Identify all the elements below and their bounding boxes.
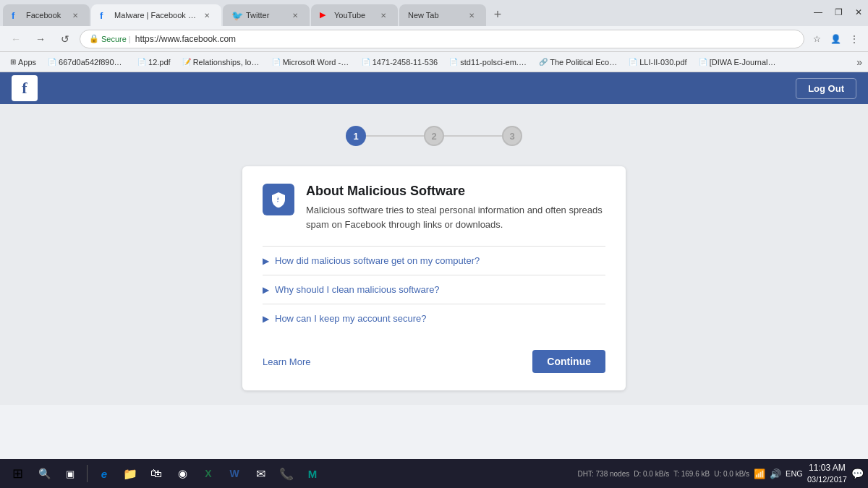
doc-icon-1: 📝 [182,58,191,66]
card-title: About Malicious Software [306,184,605,199]
task-view-icon: ▣ [66,468,75,479]
close-button[interactable]: ✕ [849,3,868,22]
edge-button[interactable]: e [92,461,116,486]
task-view-button[interactable]: ▣ [58,461,82,486]
bookmark-relationships[interactable]: 📝 Relationships, love a... [178,56,265,68]
learn-more-link[interactable]: Learn More [263,356,310,367]
back-button[interactable]: ← [6,29,26,49]
continue-button[interactable]: Continue [532,350,605,373]
faq-chevron-1: ▶ [263,256,269,266]
bookmark-667d[interactable]: 📄 667d0a542f890a585... [43,56,130,68]
edge-icon: e [101,468,107,480]
secure-label: Secure [101,35,127,43]
notification-icon[interactable]: 💬 [851,468,864,479]
bookmark-1471[interactable]: 📄 1471-2458-11-536 [357,56,443,68]
taskbar-right: DHT: 738 nodes D: 0.0 kB/s T: 169.6 kB U… [578,462,864,485]
speaker-icon[interactable]: 🔊 [770,468,781,479]
faq-chevron-2: ▶ [263,285,269,295]
minimize-button[interactable]: — [809,3,827,22]
faq-text-1: How did malicious software get on my com… [275,255,480,266]
store-button[interactable]: 🛍 [144,461,169,486]
bookmark-1471-label: 1471-2458-11-536 [373,58,438,67]
bookmark-std-label: std11-polsci-em.pdf [460,58,527,67]
bookmark-apps-label: Apps [18,58,36,67]
step-1-number: 1 [353,131,358,142]
maximize-button[interactable]: ❐ [829,3,848,22]
bookmarks-more-button[interactable]: » [856,56,862,68]
tab-close-newtab[interactable]: ✕ [466,9,477,21]
reload-button[interactable]: ↺ [55,29,75,49]
steps-indicator: 1 2 3 [346,126,522,146]
bookmark-12pdf[interactable]: 📄 12.pdf [133,56,175,68]
tab-newtab[interactable]: New Tab ✕ [399,4,486,26]
step-line-2-3 [444,135,502,137]
download-label: D: 0.0 kB/s [634,470,669,478]
vpn-button[interactable]: M [300,461,325,486]
tab-title-youtube: YouTube [334,11,373,20]
bookmark-word-label: Microsoft Word - gs... [283,58,350,67]
bookmark-diwa[interactable]: 📄 [DIWA E-Journal Tom... [694,56,781,68]
folder-icon: 📁 [123,467,137,481]
faq-item-2[interactable]: ▶ Why should I clean malicious software? [263,275,605,304]
window-controls: — ❐ ✕ [809,3,868,26]
chrome-button[interactable]: ◉ [170,461,195,486]
tab-favicon-twitter: 🐦 [231,10,242,20]
step-2-number: 2 [431,131,436,142]
bookmark-apps[interactable]: ⊞ Apps [6,56,41,68]
tab-youtube[interactable]: ▶ YouTube ✕ [311,4,398,26]
doc-icon-4: 📄 [449,58,458,66]
taskbar-clock: 11:03 AM 03/12/2017 [807,462,847,485]
faq-text-3: How can I keep my account secure? [275,313,427,324]
step-3-number: 3 [509,131,514,142]
excel-button[interactable]: X [196,461,221,486]
shield-svg: ? [270,191,287,208]
address-bar: ← → ↺ 🔒 Secure | https://www.facebook.co… [0,26,868,52]
network-icon[interactable]: 📶 [754,468,765,479]
profile-icon[interactable]: 👤 [827,31,843,47]
card-description: Malicious software tries to steal person… [306,203,605,231]
address-icons: ☆ 👤 ⋮ [809,31,862,47]
shield-icon: ? [263,184,294,215]
faq-item-1[interactable]: ▶ How did malicious software get on my c… [263,246,605,275]
tab-close-facebook[interactable]: ✕ [69,9,81,21]
new-tab-button[interactable]: + [488,4,508,25]
tab-favicon-malware: f [100,10,110,20]
tab-close-malware[interactable]: ✕ [201,9,213,21]
bookmark-pol-label: The Political Ecology [550,58,617,67]
malware-info-card: ? About Malicious Software Malicious sof… [242,166,626,390]
tabs-bar: f Facebook ✕ f Malware | Facebook Help ✕… [0,0,868,26]
card-footer: Learn More Continue [263,347,605,373]
file-explorer-button[interactable]: 📁 [118,461,142,486]
browser-window: f Facebook ✕ f Malware | Facebook Help ✕… [0,0,868,72]
facebook-logo: f [12,75,38,101]
doc-icon-2: 📄 [272,58,281,66]
doc-icon-5: 📄 [629,58,637,66]
tab-facebook[interactable]: f Facebook ✕ [3,4,90,26]
step-2-circle: 2 [424,126,444,146]
tab-twitter[interactable]: 🐦 Twitter ✕ [223,4,310,26]
bookmark-std11[interactable]: 📄 std11-polsci-em.pdf [445,56,532,68]
forward-button[interactable]: → [30,29,51,49]
bookmark-lli[interactable]: 📄 LLI-II-030.pdf [624,56,691,68]
search-button[interactable]: 🔍 [32,461,56,486]
menu-icon[interactable]: ⋮ [846,31,862,47]
phone-button[interactable]: 📞 [274,461,299,486]
bookmark-polecology[interactable]: 🔗 The Political Ecology [535,56,621,68]
address-input[interactable]: 🔒 Secure | https://www.facebook.com [80,30,804,48]
word-button[interactable]: W [222,461,247,486]
link-icon-1: 🔗 [539,58,548,66]
total-label: T: 169.6 kB [673,470,710,478]
mail-button[interactable]: ✉ [248,461,273,486]
bookmark-word[interactable]: 📄 Microsoft Word - gs... [268,56,354,68]
tab-malware[interactable]: f Malware | Facebook Help ✕ [91,4,221,26]
doc-icon-3: 📄 [362,58,370,66]
logout-button[interactable]: Log Out [796,78,856,99]
windows-icon: ⊞ [12,466,23,481]
phone-icon: 📞 [279,467,294,481]
tab-close-youtube[interactable]: ✕ [378,9,389,21]
bookmark-star-icon[interactable]: ☆ [809,31,825,47]
bookmark-667d-label: 667d0a542f890a585... [59,58,126,67]
start-button[interactable]: ⊞ [4,461,30,487]
faq-item-3[interactable]: ▶ How can I keep my account secure? [263,304,605,333]
tab-close-twitter[interactable]: ✕ [289,9,301,21]
